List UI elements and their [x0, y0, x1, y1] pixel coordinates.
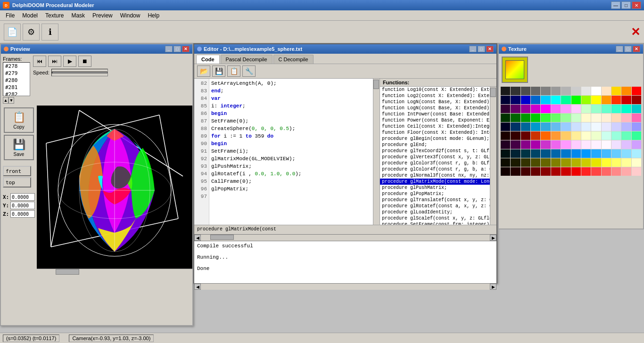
play-btn[interactable]: ▶ [63, 56, 76, 67]
color-cell[interactable] [521, 140, 530, 149]
color-cell[interactable] [511, 140, 520, 149]
color-cell[interactable] [521, 158, 530, 167]
menu-model[interactable]: Model [18, 11, 41, 20]
color-cell[interactable] [531, 140, 540, 149]
color-cell[interactable] [581, 158, 591, 167]
preview-minimize[interactable]: _ [165, 46, 173, 52]
tab-c[interactable]: C Decompile [273, 55, 314, 64]
color-cell[interactable] [511, 114, 520, 122]
maximize-button[interactable]: □ [621, 1, 631, 9]
menu-file[interactable]: File [2, 11, 18, 20]
color-cell[interactable] [551, 105, 561, 113]
func-13[interactable]: procedure glColor4f(const r, g, b, a: GL… [380, 166, 496, 172]
color-cell[interactable] [531, 105, 540, 113]
color-cell[interactable] [511, 105, 520, 113]
texture-close[interactable]: ✕ [633, 46, 640, 52]
color-cell[interactable] [591, 131, 601, 140]
color-cell[interactable] [581, 131, 591, 140]
preview-close[interactable]: ✕ [182, 46, 190, 52]
play-next-btn[interactable]: ⏭ [48, 56, 61, 67]
color-cell[interactable] [501, 105, 510, 113]
color-cell[interactable] [571, 131, 581, 140]
color-cell[interactable] [531, 87, 540, 95]
color-cell[interactable] [611, 114, 621, 122]
func-2[interactable]: function LogN(const Base, X: Extended): … [380, 99, 496, 105]
color-cell[interactable] [561, 114, 570, 122]
color-cell[interactable] [541, 105, 550, 113]
info-button[interactable]: ℹ [41, 24, 58, 41]
color-cell[interactable] [561, 149, 570, 158]
color-cell[interactable] [561, 122, 570, 131]
color-cell[interactable] [591, 158, 601, 167]
canvas-hscrollbar[interactable] [37, 269, 192, 275]
color-cell[interactable] [501, 87, 510, 95]
color-cell[interactable] [632, 122, 641, 131]
color-cell[interactable] [541, 167, 550, 176]
color-cell[interactable] [551, 114, 561, 122]
code-area[interactable]: 82838485868788899091929394959697 SetArra… [194, 79, 380, 225]
color-cell[interactable] [501, 167, 510, 176]
func-18[interactable]: procedure glTranslatef(const x, y, z: GL… [380, 197, 496, 203]
color-cell[interactable] [531, 149, 540, 158]
z-input[interactable] [10, 210, 35, 218]
func-0[interactable]: function Log10(const X: Extended): Exten… [380, 87, 496, 93]
menu-texture[interactable]: Texture [41, 11, 67, 20]
export-btn[interactable]: 📋 [227, 65, 240, 77]
main-close-button[interactable]: ✕ [631, 25, 640, 39]
func-8[interactable]: procedure glBegin(const mode: GLenum); [380, 136, 496, 142]
hscroll-right[interactable]: ▶ [490, 235, 496, 241]
color-cell[interactable] [521, 131, 530, 140]
color-cell[interactable] [511, 122, 520, 131]
color-cell[interactable] [581, 122, 591, 131]
editor-close[interactable]: ✕ [486, 46, 494, 52]
frame-280[interactable]: #280 [3, 77, 30, 84]
color-cell[interactable] [581, 96, 591, 104]
compile-btn[interactable]: 🔧 [242, 65, 256, 77]
settings-button[interactable]: ⚙ [23, 24, 40, 41]
color-cell[interactable] [591, 140, 601, 149]
color-cell[interactable] [621, 131, 631, 140]
color-cell[interactable] [632, 140, 641, 149]
console-hscroll-left[interactable]: ◀ [194, 284, 201, 290]
menu-preview[interactable]: Preview [89, 11, 116, 20]
color-cell[interactable] [521, 87, 530, 95]
color-cell[interactable] [611, 87, 621, 95]
color-cell[interactable] [621, 96, 631, 104]
functions-list[interactable]: function Log10(const X: Extended): Exten… [380, 87, 496, 225]
color-cell[interactable] [611, 122, 621, 131]
func-19[interactable]: procedure glRotatef(const a, x, y, z: GL… [380, 203, 496, 209]
save-button[interactable]: 💾 Save [4, 135, 34, 160]
color-cell[interactable] [501, 158, 510, 167]
color-cell[interactable] [591, 167, 601, 176]
color-cell[interactable] [541, 149, 550, 158]
color-cell[interactable] [571, 140, 581, 149]
color-cell[interactable] [551, 167, 561, 176]
func-1[interactable]: function Log2(const X: Extended): Extend… [380, 93, 496, 99]
color-cell[interactable] [591, 96, 601, 104]
color-cell[interactable] [541, 158, 550, 167]
color-cell[interactable] [591, 149, 601, 158]
color-cell[interactable] [581, 140, 591, 149]
menu-mask[interactable]: Mask [67, 11, 89, 20]
color-cell[interactable] [581, 105, 591, 113]
color-cell[interactable] [551, 122, 561, 131]
color-cell[interactable] [602, 105, 611, 113]
func-12[interactable]: procedure glColor3f(const r, g, b: GLflo… [380, 160, 496, 166]
color-cell[interactable] [511, 167, 520, 176]
color-cell[interactable] [621, 114, 631, 122]
color-cell[interactable] [541, 122, 550, 131]
color-cell[interactable] [551, 131, 561, 140]
color-cell[interactable] [531, 96, 540, 104]
color-cell[interactable] [581, 114, 591, 122]
color-cell[interactable] [621, 158, 631, 167]
color-cell[interactable] [541, 140, 550, 149]
editor-minimize[interactable]: _ [469, 46, 477, 52]
color-cell[interactable] [571, 158, 581, 167]
color-cell[interactable] [632, 105, 641, 113]
color-cell[interactable] [602, 131, 611, 140]
color-cell[interactable] [602, 96, 611, 104]
color-cell[interactable] [531, 122, 540, 131]
face-front-btn[interactable]: front [3, 166, 31, 176]
func-5[interactable]: function Power(const Base, Exponent: Ext… [380, 117, 496, 123]
frames-scroll-down[interactable]: ▼ [8, 97, 14, 104]
